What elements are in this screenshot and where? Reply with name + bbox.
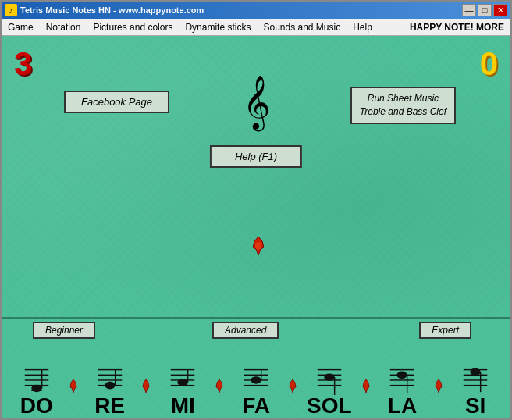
score-right: 0 <box>480 45 498 83</box>
note-la: LA <box>371 364 435 418</box>
menu-notation[interactable]: Notation <box>40 19 87 35</box>
facebook-button[interactable]: Facebook Page <box>64 91 169 113</box>
svg-point-35 <box>324 373 334 381</box>
note-fa: FA <box>224 364 288 418</box>
sol-label: SOL <box>307 395 352 418</box>
note-do: DO <box>5 364 69 418</box>
treble-clef-icon: 𝄞 <box>243 79 270 126</box>
staff-mi <box>167 364 198 395</box>
menu-happy-note-more[interactable]: HAPPY NOTE! MORE <box>404 19 510 35</box>
svg-marker-30 <box>290 379 296 393</box>
run-sheet-music-button[interactable]: Run Sheet Music Treble and Bass Clef <box>350 87 456 124</box>
menu-dynamite[interactable]: Dynamite sticks <box>179 19 257 35</box>
minimize-button[interactable]: — <box>462 4 476 16</box>
advanced-label: Advanced <box>212 322 279 339</box>
staff-si <box>460 364 491 395</box>
svg-marker-23 <box>216 379 222 393</box>
staff-do <box>21 364 52 395</box>
title-bar-left: ♪ Tetris Music Notes HN - www.happynote.… <box>5 4 204 16</box>
dynamite-3 <box>215 379 224 395</box>
menu-game[interactable]: Game <box>2 19 40 35</box>
svg-marker-37 <box>363 379 369 393</box>
title-controls: — □ ✕ <box>462 4 507 16</box>
dynamite-2 <box>141 379 151 395</box>
dynamite-4 <box>288 379 297 395</box>
re-label: RE <box>94 395 125 418</box>
expert-label: Expert <box>419 322 471 339</box>
staff-sol <box>314 364 345 395</box>
note-re: RE <box>78 364 142 418</box>
svg-point-21 <box>178 379 188 386</box>
svg-point-49 <box>471 368 481 376</box>
dynamite-5 <box>361 379 371 395</box>
svg-point-14 <box>105 382 115 390</box>
game-area: 3 0 Facebook Page 𝄞 Run Sheet Music Treb… <box>2 36 510 317</box>
close-button[interactable]: ✕ <box>493 4 507 16</box>
note-sol: SOL <box>297 364 361 418</box>
menu-pictures[interactable]: Pictures and colors <box>87 19 179 35</box>
note-mi: MI <box>151 364 215 418</box>
svg-marker-44 <box>436 379 442 393</box>
title-bar: ♪ Tetris Music Notes HN - www.happynote.… <box>2 2 510 19</box>
falling-piece <box>250 235 268 254</box>
staff-fa <box>240 364 272 395</box>
window-title: Tetris Music Notes HN - www.happynote.co… <box>20 5 204 15</box>
staff-la <box>386 364 418 395</box>
maximize-button[interactable]: □ <box>478 4 492 16</box>
notes-row: DO RE <box>2 364 510 418</box>
bottom-panel: Beginner Advanced Expert DO <box>2 317 510 418</box>
menu-help[interactable]: Help <box>347 19 379 35</box>
do-label: DO <box>20 395 53 418</box>
score-left: 3 <box>14 45 32 83</box>
help-button[interactable]: Help (F1) <box>210 145 302 168</box>
mi-label: MI <box>171 395 195 418</box>
dynamite-6 <box>434 379 443 395</box>
menu-bar: Game Notation Pictures and colors Dynami… <box>2 19 510 36</box>
beginner-label: Beginner <box>33 322 95 339</box>
si-label: SI <box>465 395 485 418</box>
svg-point-1 <box>255 242 261 250</box>
menu-sounds[interactable]: Sounds and Music <box>257 19 347 35</box>
app-icon: ♪ <box>5 4 17 16</box>
svg-point-42 <box>397 372 407 379</box>
svg-marker-9 <box>70 379 76 393</box>
staff-re <box>94 364 126 395</box>
fa-label: FA <box>242 395 270 418</box>
app-window: ♪ Tetris Music Notes HN - www.happynote.… <box>0 0 512 420</box>
dynamite-1 <box>69 379 78 395</box>
note-si: SI <box>443 364 507 418</box>
svg-marker-16 <box>143 379 149 393</box>
svg-point-28 <box>251 376 261 384</box>
la-label: LA <box>388 395 417 418</box>
